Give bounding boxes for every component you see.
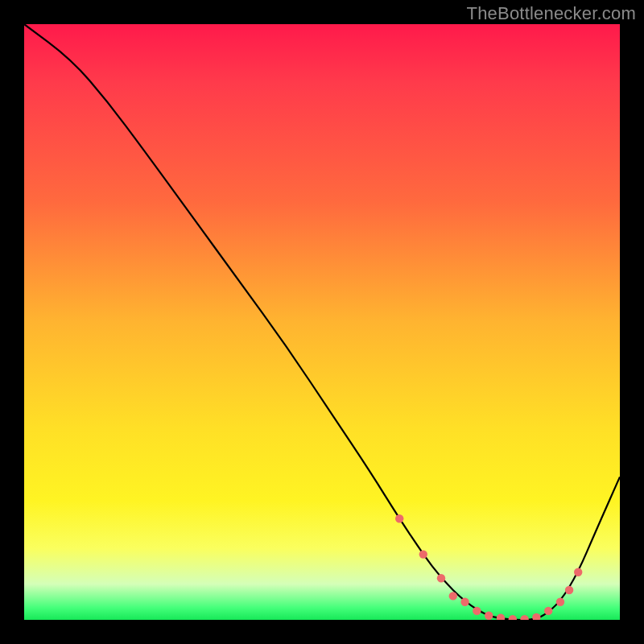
plot-area xyxy=(24,24,620,620)
curve-marker xyxy=(565,586,573,594)
curve-marker xyxy=(449,592,457,600)
curve-marker xyxy=(437,574,445,582)
bottleneck-curve xyxy=(24,24,620,620)
watermark-text: TheBottlenecker.com xyxy=(467,3,636,24)
curve-marker xyxy=(574,568,582,576)
curve-markers xyxy=(395,514,582,620)
curve-marker xyxy=(520,615,528,620)
curve-marker xyxy=(544,607,552,615)
curve-marker xyxy=(497,614,505,620)
curve-marker xyxy=(556,598,564,606)
bottleneck-curve-svg xyxy=(24,24,620,620)
curve-marker xyxy=(419,550,427,558)
curve-marker xyxy=(485,612,493,620)
curve-marker xyxy=(395,514,403,522)
curve-marker xyxy=(509,615,517,620)
curve-marker xyxy=(460,598,469,606)
curve-marker xyxy=(473,607,481,615)
chart-container: TheBottlenecker.com xyxy=(0,0,644,644)
curve-marker xyxy=(532,613,540,620)
